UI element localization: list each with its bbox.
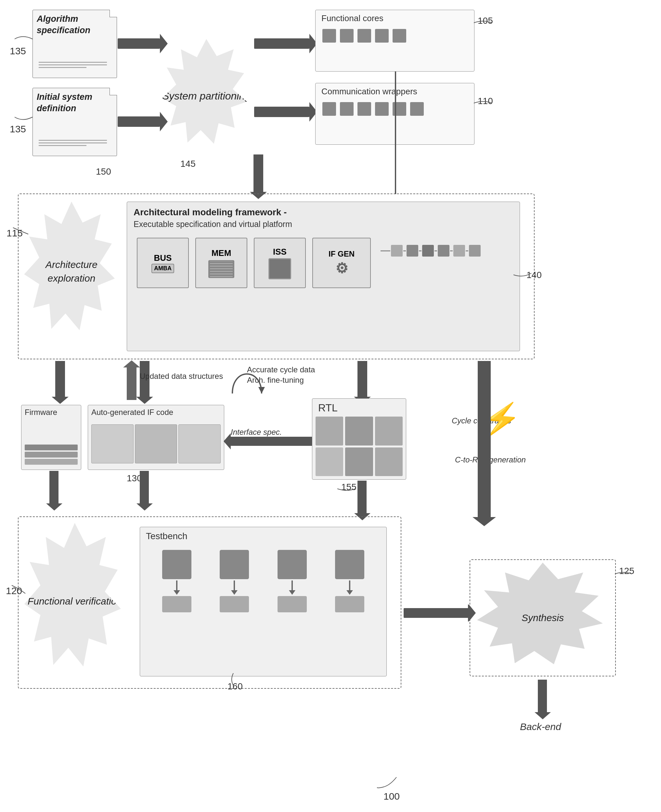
mem-component: MEM <box>195 238 247 288</box>
chain-box-2 <box>407 245 418 256</box>
ref-145: 145 <box>180 159 196 169</box>
arrow-arch-down-left <box>55 361 65 397</box>
arrow-partition-right <box>254 38 310 49</box>
wrapper-box-6 <box>410 102 424 116</box>
arch-framework-inner-box: Architectural modeling framework - Execu… <box>127 202 520 351</box>
arrow-firmware-down <box>49 471 59 503</box>
firmware-label: Firmware <box>25 408 57 417</box>
ifcode-label: Auto-generated IF code <box>91 408 173 417</box>
wrapper-box-1 <box>323 102 336 116</box>
initial-sys-def-label: Initial system definition <box>37 91 117 114</box>
interface-spec-label: Interface spec. <box>231 428 282 437</box>
arrow-ctortl-down <box>478 361 491 517</box>
testbench-box: Testbench <box>140 527 387 676</box>
amba-label: AMBA <box>152 264 174 273</box>
system-partitioning-starburst: System partitioning <box>159 39 254 153</box>
core-box-1 <box>323 29 336 43</box>
arch-framework-sub: Executable specification and virtual pla… <box>134 219 292 229</box>
chain-box-3 <box>422 245 434 256</box>
arch-framework-title: Architectural modeling framework - <box>134 207 287 218</box>
ifgen-component: IF GEN ⚙ <box>312 238 371 288</box>
synthesis-label: Synthesis <box>522 612 564 623</box>
iss-component: ISS <box>254 238 306 288</box>
svg-marker-0 <box>259 387 265 394</box>
firmware-box: Firmware <box>21 405 81 470</box>
ref-135-top: 135 <box>10 32 36 56</box>
core-box-2 <box>340 29 354 43</box>
diagram-container: Algorithm specification Initial system d… <box>0 0 661 812</box>
chain-box-6 <box>469 245 481 256</box>
arrow-sysdef-to-partition <box>118 117 160 127</box>
wrapper-box-2 <box>340 102 354 116</box>
ref-135-bottom: 135 <box>10 111 36 135</box>
arrow-interface-spec <box>231 437 312 446</box>
ifcode-box: Auto-generated IF code <box>88 405 224 470</box>
initial-sys-def-doc: Initial system definition <box>32 88 117 156</box>
rtl-box: RTL <box>312 398 406 480</box>
wrapper-box-3 <box>358 102 371 116</box>
ref-100: 100 <box>374 774 400 802</box>
ifgen-label: IF GEN <box>329 250 354 258</box>
updated-data-label: Updated data structures <box>140 371 223 382</box>
arrow-partition-right2 <box>254 107 310 117</box>
rtl-label: RTL <box>318 402 338 414</box>
wrapper-box-4 <box>375 102 389 116</box>
functional-cores-box: Functional cores <box>315 10 474 72</box>
functional-cores-label: Functional cores <box>321 13 383 23</box>
line-h-connector <box>395 72 396 145</box>
bus-component: BUS AMBA <box>137 238 189 288</box>
arrow-partition-down <box>254 154 263 192</box>
arrow-testbench-to-synthesis <box>404 608 469 618</box>
arrow-synthesis-down <box>538 680 547 712</box>
system-partitioning-label: System partitioning <box>162 89 251 103</box>
arrow-ifcode-down <box>140 471 149 503</box>
mem-label: MEM <box>212 248 232 258</box>
chain-components <box>380 244 481 257</box>
algorithm-spec-doc: Algorithm specification <box>32 10 117 78</box>
core-box-3 <box>358 29 371 43</box>
func-verification-label: Functional verification <box>28 594 122 609</box>
comm-wrappers-label: Communication wrappers <box>321 86 417 96</box>
arrow-updated-data-up <box>127 367 136 400</box>
arrow-arch-down-3 <box>358 361 367 397</box>
core-box-4 <box>375 29 389 43</box>
chain-box-5 <box>453 245 465 256</box>
arrow-rtl-down <box>358 480 367 513</box>
chain-box-4 <box>438 245 449 256</box>
ref-150: 150 <box>96 167 111 177</box>
arrow-algo-to-partition <box>118 38 160 49</box>
chain-box-1 <box>391 245 402 256</box>
bus-label: BUS <box>154 253 172 263</box>
iss-label: ISS <box>273 247 287 257</box>
line-comm-wrap-down <box>395 145 396 194</box>
core-box-5 <box>393 29 406 43</box>
backend-label: Back-end <box>520 721 561 732</box>
testbench-label: Testbench <box>146 531 187 541</box>
algorithm-spec-label: Algorithm specification <box>37 13 117 36</box>
